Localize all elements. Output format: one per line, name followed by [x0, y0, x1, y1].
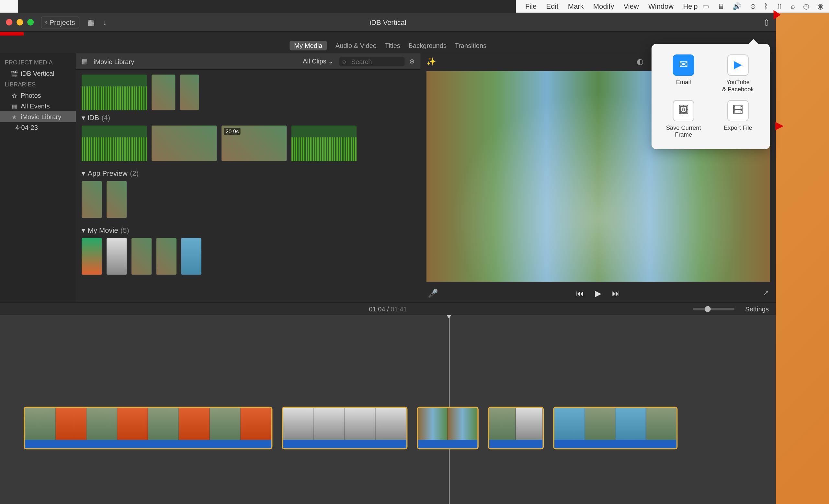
browser-view-icon[interactable]: ▦: [82, 57, 87, 65]
sidebar-photos[interactable]: ✿Photos: [0, 90, 76, 101]
timeline-clip[interactable]: [553, 407, 678, 450]
share-youtube-label: YouTube & Facebook: [722, 79, 754, 93]
fullscreen-icon[interactable]: ⤢: [763, 289, 769, 298]
share-popover: ✉ Email ▶ YouTube & Facebook 🖼 Save Curr…: [652, 44, 770, 149]
clip-thumbnail[interactable]: [180, 74, 199, 110]
sidebar-imovie-library[interactable]: ★iMovie Library: [0, 111, 76, 122]
sidebar-all-events[interactable]: ▦All Events: [0, 101, 76, 111]
clip-thumbnail[interactable]: [132, 238, 151, 274]
share-export-file[interactable]: 🎞 Export File: [711, 96, 765, 142]
mail-icon: ✉: [673, 54, 694, 76]
sidebar-project-header: Project Media: [0, 57, 76, 68]
menu-mark[interactable]: Mark: [568, 2, 584, 10]
timeline-clip[interactable]: [417, 407, 479, 450]
timeline-header: 01:04 / 01:41 Settings: [0, 302, 776, 315]
menu-modify[interactable]: Modify: [593, 2, 614, 10]
close-button[interactable]: [6, 19, 12, 26]
browser-settings-icon[interactable]: ⊕: [409, 57, 414, 65]
calendar-icon: ▦: [11, 103, 18, 109]
filter-all-clips[interactable]: All Clips ⌄: [303, 57, 333, 65]
import-icon[interactable]: ↓: [103, 18, 107, 27]
menu-edit[interactable]: Edit: [546, 2, 558, 10]
tab-transitions[interactable]: Transitions: [455, 42, 487, 49]
share-exportfile-label: Export File: [724, 124, 752, 131]
clip-thumbnail[interactable]: [82, 238, 102, 274]
sidebar-libraries-header: Libraries: [0, 79, 76, 90]
clip-thumbnail[interactable]: [107, 181, 127, 218]
sidebar-photos-label: Photos: [21, 91, 41, 99]
clapboard-icon: 🎬: [11, 70, 18, 77]
clip-thumbnail[interactable]: [291, 126, 357, 161]
zoom-slider[interactable]: [693, 308, 734, 310]
window-title: iDB Vertical: [369, 18, 406, 27]
clip-thumbnail[interactable]: [82, 74, 147, 110]
minimize-button[interactable]: [16, 19, 23, 26]
share-save-frame[interactable]: 🖼 Save Current Frame: [656, 96, 711, 142]
menubar-wifi-icon[interactable]: ⥣: [777, 2, 782, 10]
sidebar-project-label: iDB Vertical: [21, 70, 55, 77]
timeline[interactable]: [0, 315, 776, 504]
clip-thumbnail[interactable]: [82, 126, 147, 161]
share-button[interactable]: ⇧: [763, 17, 770, 27]
tab-audio-video[interactable]: Audio & Video: [335, 42, 376, 49]
play-button[interactable]: ▶: [595, 288, 601, 298]
timeline-clip[interactable]: [282, 407, 408, 450]
tab-titles[interactable]: Titles: [385, 42, 400, 49]
menu-view[interactable]: View: [624, 2, 639, 10]
menubar-volume-icon[interactable]: 🔊: [732, 2, 741, 10]
layout-icon[interactable]: ▦: [87, 18, 95, 27]
menubar-screen-icon[interactable]: ▭: [702, 2, 709, 10]
sidebar-date-item[interactable]: 4-04-23: [0, 122, 76, 133]
youtube-icon: ▶: [727, 54, 749, 76]
share-email[interactable]: ✉ Email: [656, 51, 711, 96]
tab-my-media[interactable]: My Media: [289, 41, 327, 50]
annotation-arrow-share: [0, 32, 30, 38]
image-icon: 🖼: [673, 100, 694, 121]
sidebar-project-item[interactable]: 🎬iDB Vertical: [0, 68, 76, 79]
clip-thumbnail[interactable]: [107, 238, 127, 274]
menubar-controlcenter-icon[interactable]: ◴: [803, 2, 809, 10]
group-app-preview[interactable]: ▾ App Preview (2): [82, 166, 414, 181]
search-input[interactable]: [339, 56, 404, 66]
sidebar-date-label: 4-04-23: [15, 124, 38, 131]
clip-thumbnail[interactable]: [151, 126, 217, 161]
share-email-label: Email: [676, 79, 691, 86]
duration-badge: 20.9s: [224, 128, 240, 135]
menubar-spotlight-icon[interactable]: ⌕: [791, 2, 795, 10]
imovie-window: ‹ Projects ▦ ↓ iDB Vertical ⇧ ✉ Email ▶ …: [0, 13, 776, 504]
timeline-settings[interactable]: Settings: [745, 305, 769, 312]
share-saveframe-label: Save Current Frame: [659, 124, 709, 139]
clip-thumbnail[interactable]: [156, 238, 177, 274]
flower-icon: ✿: [11, 92, 18, 99]
clip-thumbnail[interactable]: [181, 238, 202, 274]
projects-button[interactable]: ‹ Projects: [41, 16, 79, 28]
group-my-movie[interactable]: ▾ My Movie (5): [82, 223, 414, 238]
menubar-play-icon[interactable]: ⊙: [750, 2, 756, 10]
menubar-display-icon[interactable]: 🖥: [717, 2, 724, 10]
voiceover-icon[interactable]: 🎤: [428, 288, 438, 298]
prev-button[interactable]: ⏮: [576, 288, 584, 298]
sidebar-allevents-label: All Events: [21, 102, 49, 109]
window-toolbar: ‹ Projects ▦ ↓ iDB Vertical ⇧: [0, 13, 776, 32]
clip-thumbnail[interactable]: 20.9s: [221, 126, 287, 161]
sidebar-library-label: iMovie Library: [21, 113, 61, 120]
sidebar: Project Media 🎬iDB Vertical Libraries ✿P…: [0, 53, 76, 302]
menu-help[interactable]: Help: [683, 2, 697, 10]
star-icon: ★: [11, 113, 18, 120]
color-balance-icon[interactable]: ◐: [637, 56, 643, 65]
mac-menubar: iMovie File Edit Mark Modify View Window…: [0, 0, 829, 13]
timeline-clip[interactable]: [488, 407, 544, 450]
clip-thumbnail[interactable]: [151, 74, 175, 110]
group-idb[interactable]: ▾ iDB (4): [82, 110, 414, 126]
tab-backgrounds[interactable]: Backgrounds: [409, 42, 446, 49]
clip-thumbnail[interactable]: [82, 181, 102, 218]
menubar-siri-icon[interactable]: ◉: [817, 2, 823, 10]
next-button[interactable]: ⏭: [612, 288, 620, 298]
menu-file[interactable]: File: [525, 2, 537, 10]
timeline-clip[interactable]: [24, 407, 272, 450]
menubar-bluetooth-icon[interactable]: ᛒ: [764, 2, 768, 10]
menu-window[interactable]: Window: [648, 2, 674, 10]
share-youtube-facebook[interactable]: ▶ YouTube & Facebook: [711, 51, 765, 96]
enhance-icon[interactable]: ✨: [427, 56, 436, 65]
fullscreen-button[interactable]: [27, 19, 34, 26]
